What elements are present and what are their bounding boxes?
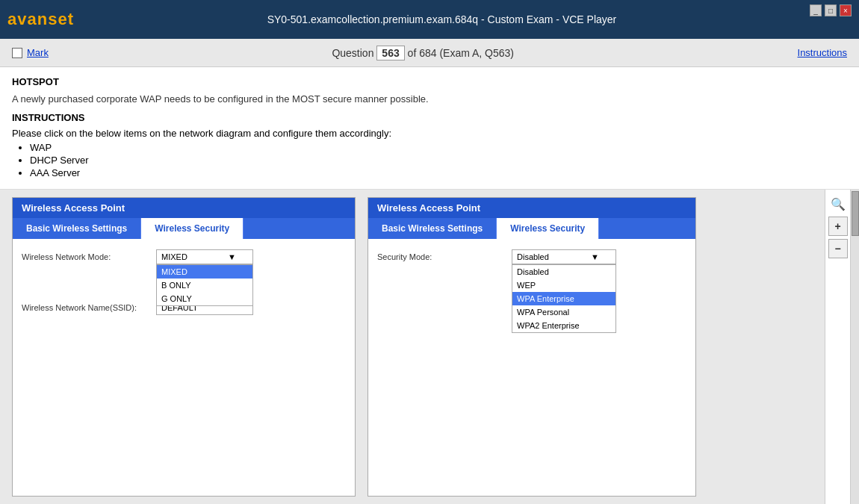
list-item: DHCP Server	[30, 155, 847, 166]
diagram-scroll-area: Wireless Access Point Basic Wireless Set…	[0, 190, 859, 504]
wap1-mode-value: MIXED	[161, 252, 187, 261]
wap1-mode-dropdown[interactable]: MIXED ▼ MIXED B ONLY G ONLY	[156, 249, 253, 264]
wap1-mode-arrow: ▼	[228, 252, 236, 261]
wap2-security-label: Security Mode:	[377, 252, 512, 261]
logo-part1: avan	[7, 10, 48, 28]
logo-part2: set	[48, 10, 74, 28]
wap2-security-dropdown[interactable]: Disabled ▼ Disabled WEP WPA Enterprise W…	[512, 249, 616, 264]
wap2-tab-security[interactable]: Wireless Security	[497, 218, 599, 239]
click-instructions: Please click on the below items on the n…	[12, 128, 847, 139]
wap-box-1: Wireless Access Point Basic Wireless Set…	[12, 197, 356, 497]
wap-box-2: Wireless Access Point Basic Wireless Set…	[368, 197, 696, 497]
question-of: of 684 (Exam A, Q563)	[408, 47, 514, 59]
wap1-mode-list[interactable]: MIXED B ONLY G ONLY	[156, 264, 253, 306]
main-content: HOTSPOT A newly purchased corporate WAP …	[0, 67, 859, 190]
question-number: 563	[376, 46, 404, 60]
wap1-mode-trigger[interactable]: MIXED ▼	[156, 249, 253, 264]
maximize-button[interactable]: □	[825, 4, 837, 16]
wap1-tab-security[interactable]: Wireless Security	[141, 218, 244, 239]
scroll-thumb[interactable]	[852, 191, 859, 236]
sidebar-controls: 🔍 + −	[825, 190, 850, 504]
wap1-option-b-only[interactable]: B ONLY	[157, 279, 252, 292]
scrollbar[interactable]	[850, 190, 859, 504]
zoom-in-button[interactable]: +	[828, 217, 848, 236]
wap1-body: Wireless Network Mode: MIXED ▼ MIXED B O…	[13, 239, 355, 333]
app-logo: avanset	[7, 10, 74, 29]
wap2-option-wpa-personal[interactable]: WPA Personal	[512, 305, 615, 319]
wap2-tabs: Basic Wireless Settings Wireless Securit…	[368, 218, 695, 239]
question-info: Question 563 of 684 (Exam A, Q563)	[332, 46, 514, 60]
wap2-security-arrow: ▼	[591, 252, 599, 261]
bullet-list: WAP DHCP Server AAA Server	[12, 142, 847, 178]
header-row: Mark Question 563 of 684 (Exam A, Q563) …	[0, 39, 859, 67]
window-controls[interactable]: _ □ ×	[810, 0, 852, 16]
wap2-option-disabled[interactable]: Disabled	[512, 265, 615, 279]
wap1-tabs: Basic Wireless Settings Wireless Securit…	[13, 218, 355, 239]
instructions-heading: INSTRUCTIONS	[12, 112, 847, 123]
diagram-section: Wireless Access Point Basic Wireless Set…	[0, 190, 825, 504]
minimize-button[interactable]: _	[810, 4, 822, 16]
wap2-option-wep[interactable]: WEP	[512, 279, 615, 292]
mark-checkbox[interactable]	[12, 48, 22, 58]
search-icon-button[interactable]: 🔍	[828, 194, 848, 214]
wap2-option-wpa2-enterprise[interactable]: WPA2 Enterprise	[512, 319, 615, 332]
hotspot-label: HOTSPOT	[12, 76, 847, 87]
list-item: AAA Server	[30, 167, 847, 178]
question-text: A newly purchased corporate WAP needs to…	[12, 93, 847, 105]
mark-label[interactable]: Mark	[12, 47, 49, 58]
wap2-option-wpa-enterprise[interactable]: WPA Enterprise	[512, 292, 615, 305]
zoom-out-button[interactable]: −	[828, 239, 848, 258]
wap1-ssid-label: Wireless Network Name(SSID):	[22, 303, 156, 312]
wap2-security-value: Disabled	[517, 252, 549, 261]
list-item: WAP	[30, 142, 847, 153]
wap2-header: Wireless Access Point	[368, 198, 695, 218]
question-label: Question	[332, 47, 373, 59]
wap2-tab-basic[interactable]: Basic Wireless Settings	[368, 218, 497, 239]
wap1-tab-basic[interactable]: Basic Wireless Settings	[13, 218, 141, 239]
wap1-mode-label: Wireless Network Mode:	[22, 252, 156, 261]
window-title: SY0-501.examcollection.premium.exam.684q…	[74, 13, 810, 25]
wap1-mode-row: Wireless Network Mode: MIXED ▼ MIXED B O…	[22, 249, 346, 264]
wap1-header: Wireless Access Point	[13, 198, 355, 218]
close-button[interactable]: ×	[840, 4, 852, 16]
wap2-security-list[interactable]: Disabled WEP WPA Enterprise WPA Personal…	[512, 264, 616, 333]
wap2-body: Security Mode: Disabled ▼ Disabled WEP W…	[368, 239, 695, 282]
wap2-security-row: Security Mode: Disabled ▼ Disabled WEP W…	[377, 249, 686, 264]
wap1-option-mixed[interactable]: MIXED	[157, 265, 252, 279]
content-wrapper: HOTSPOT A newly purchased corporate WAP …	[0, 67, 859, 504]
mark-text[interactable]: Mark	[27, 47, 49, 58]
wap2-security-trigger[interactable]: Disabled ▼	[512, 249, 616, 264]
title-bar: avanset SY0-501.examcollection.premium.e…	[0, 0, 859, 39]
instructions-link[interactable]: Instructions	[798, 47, 847, 58]
wap1-option-g-only[interactable]: G ONLY	[157, 292, 252, 305]
